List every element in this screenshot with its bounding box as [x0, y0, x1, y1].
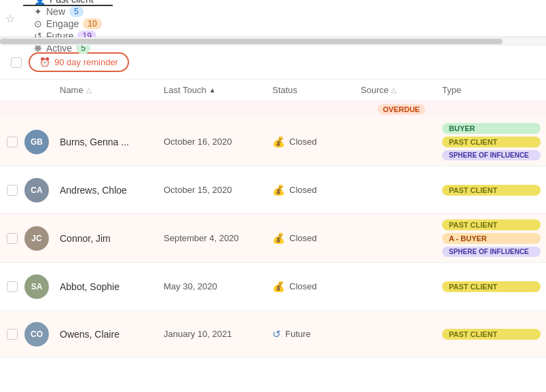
checkbox-inner-abbot[interactable] [7, 281, 18, 292]
header-source[interactable]: Source △ [361, 85, 442, 95]
reminder-icon: ⏰ [39, 57, 50, 67]
tag-sphere-connor: SPHERE OF INFLUENCE [442, 247, 541, 257]
status-label-abbot: Closed [289, 281, 316, 291]
table-row: CAAndrews, ChloeOctober 15, 2020💰ClosedP… [0, 166, 546, 214]
overdue-pill: OVERDUE [378, 104, 425, 115]
tags-andrews: PAST CLIENT [442, 185, 546, 196]
tag-sphere-burns: SPHERE OF INFLUENCE [442, 150, 541, 160]
reminder-label: 90 day reminder [54, 57, 118, 67]
last-touch-burns: October 16, 2020 [164, 137, 272, 147]
status-burns: 💰Closed [272, 136, 361, 148]
avatar-burns: GB [24, 130, 49, 154]
tags-burns: BUYERPAST CLIENTSPHERE OF INFLUENCE [442, 123, 546, 160]
tab-past-client[interactable]: 👤Past client [23, 0, 113, 6]
tabs-container: 👤All👤Past client✦New5⊙Engage10↺Future19❋… [23, 0, 113, 55]
checkbox-inner-andrews[interactable] [7, 185, 18, 196]
status-label-burns: Closed [289, 137, 316, 147]
name-burns[interactable]: Burns, Genna ... [60, 137, 164, 147]
last-touch-sort-icon: ▲ [209, 86, 216, 94]
status-icon-owens: ↺ [272, 328, 281, 340]
status-label-andrews: Closed [289, 185, 316, 195]
tab-new-label: New [46, 6, 65, 17]
star-icon[interactable]: ☆ [5, 12, 15, 25]
checkbox-inner-owens[interactable] [7, 329, 18, 340]
status-icon-abbot: 💰 [272, 281, 285, 293]
scroll-thumb [0, 39, 503, 44]
table-row: COOwens, ClaireJanuary 10, 2021↺FuturePA… [0, 310, 546, 358]
tab-engage-label: Engage [46, 18, 79, 29]
name-sort-icon: △ [86, 86, 92, 94]
tag-past-client-andrews: PAST CLIENT [442, 185, 541, 196]
tab-past-client-icon: 👤 [34, 0, 46, 5]
overdue-row: OVERDUE [0, 101, 546, 118]
row-checkbox-andrews[interactable] [0, 185, 24, 196]
tags-connor: PAST CLIENTA - BUYERSPHERE OF INFLUENCE [442, 219, 546, 257]
tab-engage-badge: 10 [83, 18, 101, 29]
tab-bar: ☆ 👤All👤Past client✦New5⊙Engage10↺Future1… [0, 0, 546, 37]
table-row: GBBurns, Genna ...October 16, 2020💰Close… [0, 118, 546, 166]
tab-past-client-label: Past client [50, 0, 94, 5]
status-connor: 💰Closed [272, 232, 361, 245]
contacts-container: GBBurns, Genna ...October 16, 2020💰Close… [0, 118, 546, 358]
header-status: Status [272, 85, 361, 95]
tags-abbot: PAST CLIENT [442, 281, 546, 292]
status-label-owens: Future [285, 329, 311, 339]
scroll-area[interactable] [0, 37, 546, 46]
row-checkbox-burns[interactable] [0, 137, 24, 147]
header-name[interactable]: Name △ [60, 85, 164, 95]
tag-past-client-connor: PAST CLIENT [442, 219, 541, 230]
status-icon-andrews: 💰 [272, 184, 285, 196]
status-label-connor: Closed [289, 233, 316, 243]
tab-new-icon: ✦ [34, 6, 42, 17]
checkbox-inner-connor[interactable] [7, 233, 18, 244]
avatar-andrews: CA [24, 178, 49, 202]
header-last-touch[interactable]: Last Touch ▲ [164, 85, 272, 95]
tab-engage[interactable]: ⊙Engage10 [23, 18, 113, 31]
name-owens[interactable]: Owens, Claire [60, 329, 164, 340]
tag-buyer-burns: BUYER [442, 123, 541, 134]
row-checkbox-connor[interactable] [0, 233, 24, 244]
status-icon-connor: 💰 [272, 232, 285, 245]
status-icon-burns: 💰 [272, 136, 285, 148]
name-connor[interactable]: Connor, Jim [60, 233, 164, 244]
header-type: Type [442, 85, 546, 95]
tab-new[interactable]: ✦New5 [23, 6, 113, 18]
last-touch-andrews: October 15, 2020 [164, 185, 272, 195]
row-checkbox-abbot[interactable] [0, 281, 24, 292]
tab-engage-icon: ⊙ [34, 18, 42, 29]
source-sort-icon: △ [391, 86, 397, 94]
select-all-checkbox[interactable] [11, 57, 22, 68]
last-touch-abbot: May 30, 2020 [164, 281, 272, 291]
overdue-badge: OVERDUE [361, 104, 442, 115]
reminder-button[interactable]: ⏰ 90 day reminder [29, 52, 129, 72]
checkbox-inner-burns[interactable] [7, 137, 18, 147]
name-abbot[interactable]: Abbot, Sophie [60, 281, 164, 292]
status-owens: ↺Future [272, 328, 361, 340]
table-row: JCConnor, JimSeptember 4, 2020💰ClosedPAS… [0, 214, 546, 263]
status-abbot: 💰Closed [272, 281, 361, 293]
last-touch-owens: January 10, 2021 [164, 329, 272, 339]
avatar-abbot: SA [24, 274, 49, 299]
status-andrews: 💰Closed [272, 184, 361, 196]
name-andrews[interactable]: Andrews, Chloe [60, 185, 164, 196]
avatar-connor: JC [24, 226, 49, 251]
tag-past-client-abbot: PAST CLIENT [442, 281, 541, 292]
table-row: SAAbbot, SophieMay 30, 2020💰ClosedPAST C… [0, 263, 546, 310]
last-touch-connor: September 4, 2020 [164, 233, 272, 243]
tag-past-client-owens: PAST CLIENT [442, 329, 541, 340]
tab-new-badge: 5 [69, 6, 84, 17]
avatar-owens: CO [24, 322, 49, 346]
tags-owens: PAST CLIENT [442, 329, 546, 340]
tag-past-client-burns: PAST CLIENT [442, 137, 541, 147]
table-header: Name △ Last Touch ▲ Status Source △ Type [0, 79, 546, 101]
tag-a-buyer-connor: A - BUYER [442, 233, 541, 244]
row-checkbox-owens[interactable] [0, 329, 24, 340]
